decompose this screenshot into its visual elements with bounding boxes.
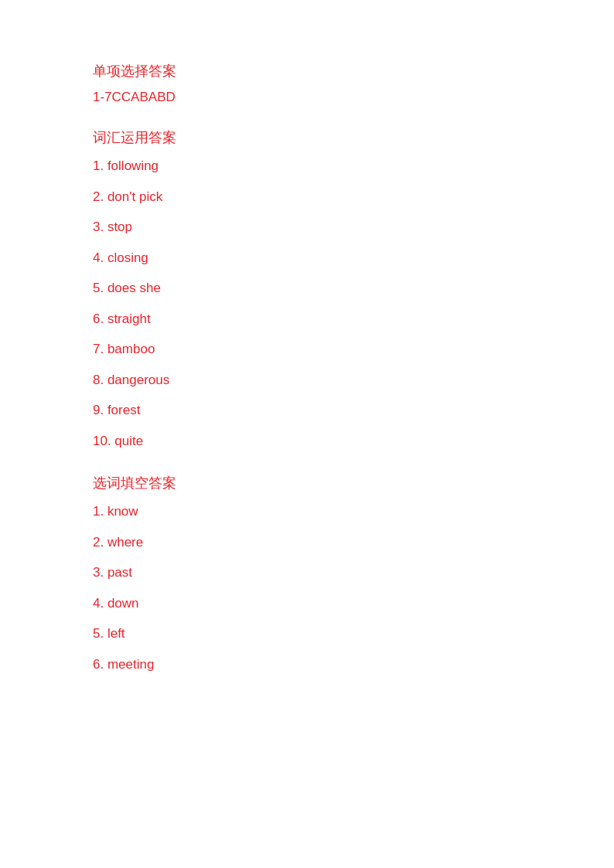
section2-item-9: 9. forest	[93, 400, 521, 420]
section3-item-6: 6. meeting	[93, 655, 521, 675]
section2-item-5: 5. does she	[93, 278, 521, 298]
section2-item-10: 10. quite	[93, 431, 521, 451]
section2-items: 1. following2. don't pick3. stop4. closi…	[93, 156, 521, 451]
section2-item-3: 3. stop	[93, 217, 521, 237]
section2-item-4: 4. closing	[93, 248, 521, 268]
section2-item-8: 8. dangerous	[93, 370, 521, 390]
section1-title: 单项选择答案	[93, 62, 521, 80]
section-single-choice: 单项选择答案 1-7CCABABD	[93, 62, 521, 105]
section2-title: 词汇运用答案	[93, 128, 521, 147]
section2-item-7: 7. bamboo	[93, 339, 521, 359]
section3-title: 选词填空答案	[93, 474, 521, 492]
section3-item-4: 4. down	[93, 594, 521, 614]
section3-item-5: 5. left	[93, 624, 521, 644]
section3-item-2: 2. where	[93, 533, 521, 553]
section-fill-blank: 选词填空答案 1. know2. where3. past4. down5. l…	[93, 474, 521, 674]
section3-item-1: 1. know	[93, 502, 521, 522]
section-vocabulary: 词汇运用答案 1. following2. don't pick3. stop4…	[93, 128, 521, 451]
section2-item-1: 1. following	[93, 156, 521, 176]
section1-answer: 1-7CCABABD	[93, 90, 521, 105]
section2-item-6: 6. straight	[93, 309, 521, 329]
section3-items: 1. know2. where3. past4. down5. left6. m…	[93, 502, 521, 674]
section2-item-2: 2. don't pick	[93, 187, 521, 207]
section3-item-3: 3. past	[93, 563, 521, 583]
